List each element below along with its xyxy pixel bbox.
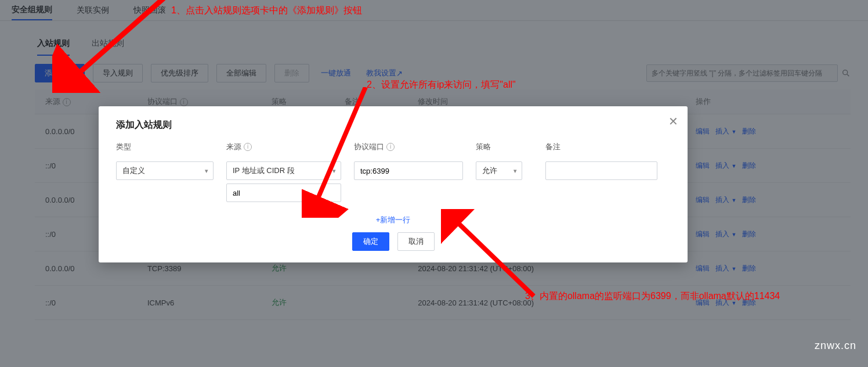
- source-value-input[interactable]: [226, 184, 341, 202]
- remark-field[interactable]: [552, 167, 651, 175]
- type-select[interactable]: 自定义: [116, 161, 214, 180]
- remark-input[interactable]: [545, 161, 657, 180]
- confirm-button[interactable]: 确定: [352, 232, 389, 251]
- source-value-field[interactable]: [233, 189, 335, 197]
- modal-title: 添加入站规则: [116, 119, 670, 131]
- label-policy: 策略: [476, 142, 545, 152]
- label-type: 类型: [116, 142, 226, 152]
- policy-select[interactable]: 允许: [476, 161, 522, 180]
- info-icon: i: [244, 143, 252, 151]
- label-remark: 备注: [545, 142, 670, 152]
- protocol-port-input[interactable]: [354, 161, 463, 180]
- protocol-port-field[interactable]: [360, 167, 457, 175]
- label-source: 来源 i: [226, 142, 354, 152]
- add-rule-modal: ✕ 添加入站规则 类型 来源 i 协议端口 i 策略 备注 自定义 IP 地址或…: [99, 106, 688, 262]
- source-mode-select[interactable]: IP 地址或 CIDR 段: [226, 161, 341, 180]
- info-icon: i: [386, 143, 395, 151]
- cancel-button[interactable]: 取消: [397, 232, 435, 251]
- close-icon[interactable]: ✕: [668, 114, 678, 128]
- label-protocol: 协议端口 i: [354, 142, 476, 152]
- add-row-link[interactable]: +新增一行: [116, 215, 670, 225]
